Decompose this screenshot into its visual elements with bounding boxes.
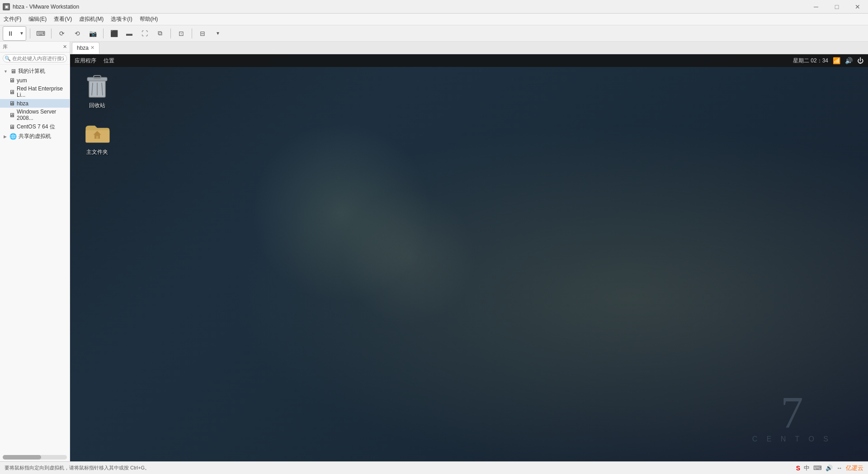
view-options-dropdown[interactable]: ▼ — [211, 27, 225, 40]
separator-2 — [51, 28, 52, 38]
sidebar-label-winserver: Windows Server 2008... — [17, 109, 68, 121]
desktop-icon-trash[interactable]: 回收站 — [79, 72, 115, 110]
computer-icon: 🖥 — [10, 68, 16, 75]
keyboard-icon[interactable]: ⌨ — [813, 465, 822, 471]
volume-icon[interactable]: 🔊 — [845, 57, 853, 64]
sidebar-item-centos[interactable]: 🖥 CentOS 7 64 位 — [0, 122, 70, 132]
sidebar-header: 库 ✕ — [0, 42, 70, 52]
svg-rect-5 — [94, 76, 101, 78]
vm-icon-redhat: 🖥 — [9, 89, 15, 95]
home-folder-label: 主文件夹 — [85, 148, 110, 156]
view-options[interactable]: ⊟ — [196, 27, 209, 40]
view-fit[interactable]: ⊡ — [175, 27, 188, 40]
centos-watermark: 7 C E N T O S — [752, 390, 832, 443]
separator-5 — [192, 28, 192, 38]
gnome-apps-menu[interactable]: 应用程序 — [75, 57, 96, 65]
playback-controls: ⏸ ▼ — [3, 26, 26, 41]
sidebar-tree: ▼ 🖥 我的计算机 🖥 yum 🖥 Red Hat Enterprise Li.… — [0, 65, 70, 143]
statusbar: 要将鼠标指向定向到虚拟机，请将鼠标指针移入其中或按 Ctrl+G。 S 中 ⌨ … — [0, 461, 868, 474]
shared-arrow-icon: ▶ — [4, 134, 7, 139]
input-method-icon[interactable]: 中 — [804, 464, 810, 472]
gnome-clock: 星期二 02：34 — [793, 57, 828, 65]
tab-bar: hbza ✕ — [70, 42, 868, 54]
search-input[interactable] — [3, 54, 67, 62]
view-normal[interactable]: ⬛ — [107, 27, 121, 40]
separator-3 — [103, 28, 104, 38]
shared-icon: 🌐 — [9, 133, 17, 140]
menubar: 文件(F) 编辑(E) 查看(V) 虚拟机(M) 选项卡(I) 帮助(H) — [0, 14, 868, 25]
speaker-icon[interactable]: 🔊 — [826, 465, 833, 471]
sidebar-item-winserver[interactable]: 🖥 Windows Server 2008... — [0, 108, 70, 122]
cloud-icon[interactable]: 亿逻云 — [846, 464, 863, 472]
folder-icon-image — [84, 119, 111, 146]
menu-vm[interactable]: 虚拟机(M) — [75, 14, 107, 25]
menu-tabs[interactable]: 选项卡(I) — [107, 14, 136, 25]
tab-hbza[interactable]: hbza ✕ — [72, 42, 99, 54]
menu-file[interactable]: 文件(F) — [0, 14, 25, 25]
separator-4 — [170, 28, 171, 38]
close-button[interactable]: ✕ — [847, 0, 868, 14]
network-icon[interactable]: 📶 — [833, 57, 840, 64]
sidebar-label-redhat: Red Hat Enterprise Li... — [17, 85, 68, 98]
vm-icon-centos: 🖥 — [9, 123, 15, 130]
restore-snapshot-button[interactable]: ⟲ — [71, 27, 84, 40]
sougou-icon[interactable]: S — [796, 465, 800, 472]
maximize-button[interactable]: □ — [826, 0, 847, 14]
desktop-icons: 回收站 — [79, 72, 115, 156]
sidebar-label-yum: yum — [17, 77, 27, 84]
vm-icon-yum: 🖥 — [9, 77, 15, 84]
gnome-topbar: 应用程序 位置 星期二 02：34 📶 🔊 ⏻ — [70, 54, 868, 67]
sidebar: 库 ✕ 🔍 ▼ 🖥 我的计算机 🖥 yum 🖥 Red — [0, 42, 70, 461]
gnome-topbar-left: 应用程序 位置 — [75, 57, 114, 65]
menu-edit[interactable]: 编辑(E) — [25, 14, 50, 25]
sidebar-label-shared: 共享的虚拟机 — [19, 133, 51, 140]
trash-icon-image — [84, 72, 111, 100]
sidebar-item-hbza[interactable]: 🖥 hbza — [0, 99, 70, 108]
power-icon[interactable]: ⏻ — [857, 57, 863, 64]
view-fullscreen[interactable]: ⛶ — [138, 27, 151, 40]
sidebar-title: 库 — [3, 43, 8, 50]
titlebar: ▣ hbza - VMware Workstation ─ □ ✕ — [0, 0, 868, 14]
vm-screen[interactable]: 应用程序 位置 星期二 02：34 📶 🔊 ⏻ — [70, 54, 868, 461]
vm-container[interactable]: 应用程序 位置 星期二 02：34 📶 🔊 ⏻ — [70, 54, 868, 461]
statusbar-hint: 要将鼠标指向定向到虚拟机，请将鼠标指针移入其中或按 Ctrl+G。 — [5, 465, 150, 471]
send-ctrl-alt-del-button[interactable]: ⌨ — [34, 27, 47, 40]
take-snapshot-button[interactable]: 📷 — [86, 27, 99, 40]
app-icon: ▣ — [3, 3, 10, 10]
right-panel: hbza ✕ 应用程序 位置 星期二 02：34 📶 — [70, 42, 868, 461]
bg-blob-2 — [341, 190, 477, 326]
sidebar-search-container: 🔍 — [0, 52, 70, 65]
sidebar-close-icon[interactable]: ✕ — [63, 44, 67, 50]
search-icon: 🔍 — [5, 56, 11, 62]
pause-button[interactable]: ⏸ — [4, 27, 17, 40]
sidebar-item-shared[interactable]: ▶ 🌐 共享的虚拟机 — [0, 132, 70, 141]
network-status-icon[interactable]: ↔ — [836, 465, 842, 471]
snapshot-button[interactable]: ⟳ — [55, 27, 69, 40]
titlebar-controls: ─ □ ✕ — [806, 0, 868, 14]
titlebar-title: hbza - VMware Workstation — [13, 4, 79, 10]
menu-view[interactable]: 查看(V) — [50, 14, 75, 25]
search-wrap: 🔍 — [3, 54, 67, 62]
sidebar-item-redhat[interactable]: 🖥 Red Hat Enterprise Li... — [0, 85, 70, 99]
desktop-icon-home[interactable]: 主文件夹 — [79, 119, 115, 156]
sidebar-scrollbar[interactable] — [3, 455, 41, 460]
pause-dropdown[interactable]: ▼ — [18, 27, 25, 40]
toolbar: ⏸ ▼ ⌨ ⟳ ⟲ 📷 ⬛ ▬ ⛶ ⧉ ⊡ ⊟ ▼ — [0, 25, 868, 42]
svg-rect-9 — [96, 136, 98, 139]
centos-text: C E N T O S — [752, 435, 832, 443]
view-tablet[interactable]: ▬ — [123, 27, 136, 40]
expand-arrow-icon: ▼ — [4, 69, 8, 74]
menu-help[interactable]: 帮助(H) — [136, 14, 162, 25]
gnome-topbar-right: 星期二 02：34 📶 🔊 ⏻ — [793, 57, 863, 65]
vm-icon-winserver: 🖥 — [9, 112, 15, 118]
view-split[interactable]: ⧉ — [153, 27, 167, 40]
sidebar-item-my-computer[interactable]: ▼ 🖥 我的计算机 — [0, 66, 70, 76]
sidebar-item-yum[interactable]: 🖥 yum — [0, 76, 70, 85]
tab-close-hbza[interactable]: ✕ — [90, 45, 94, 51]
separator-1 — [30, 28, 30, 38]
tab-label-hbza: hbza — [77, 45, 89, 51]
gnome-places-menu[interactable]: 位置 — [104, 57, 114, 65]
minimize-button[interactable]: ─ — [806, 0, 826, 14]
trash-label: 回收站 — [87, 101, 107, 110]
vm-icon-hbza: 🖥 — [9, 100, 15, 107]
